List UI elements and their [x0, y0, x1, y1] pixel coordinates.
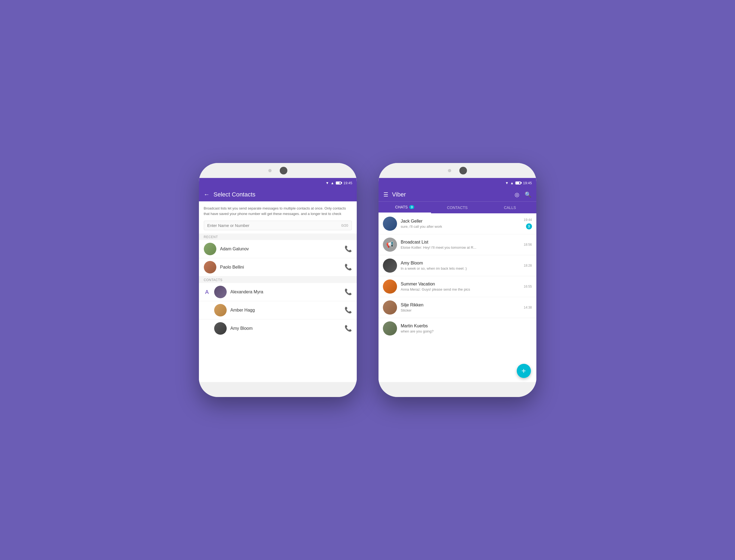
page-title: Select Contacts	[214, 191, 256, 198]
phone-select-contacts: ▼ ▲ 19:45 ← Select Contacts Broadcast li…	[199, 163, 357, 397]
chat-name: Silje Rikken	[401, 303, 520, 307]
avatar	[214, 304, 227, 316]
avatar	[214, 322, 227, 335]
contact-name: Amber Hagg	[230, 308, 341, 313]
contact-name: Paolo Bellini	[220, 265, 341, 270]
viber-icon[interactable]: 📞	[345, 264, 352, 271]
chat-time: 14:38	[524, 306, 532, 309]
chat-time: 18:28	[524, 264, 532, 267]
app-header: ← Select Contacts	[199, 188, 357, 201]
front-camera	[268, 169, 272, 172]
chat-meta: 14:38	[524, 306, 532, 309]
chat-preview: sure, i'll call you after work	[401, 224, 520, 229]
search-icon[interactable]: 🔍	[525, 191, 531, 198]
chat-meta: 18:28	[524, 264, 532, 267]
status-bar: ▼ ▲ 19:45	[379, 178, 536, 188]
list-item[interactable]: Martin Kuerbs when are you going?	[379, 318, 536, 339]
chat-info: Summer Vacation Anna Meraz: Guys! please…	[401, 282, 520, 291]
tab-contacts[interactable]: CONTACTS	[431, 202, 484, 213]
search-bar[interactable]: 0/20	[204, 221, 352, 230]
signal-icon: ▲	[510, 181, 514, 185]
new-chat-fab[interactable]: +	[517, 364, 531, 378]
contact-name: Amy Bloom	[230, 326, 341, 331]
recent-section-label: RECENT	[199, 233, 357, 240]
qr-icon[interactable]: ◎	[515, 191, 519, 198]
tab-calls-label: CALLS	[504, 205, 516, 210]
battery-icon	[515, 181, 521, 184]
avatar	[383, 259, 397, 273]
chat-info: Amy Bloom In a week or so, when im back …	[401, 261, 520, 270]
chat-preview: Sticker	[401, 308, 520, 312]
header-left: ☰ Viber	[383, 191, 406, 198]
chat-time: 18:56	[524, 243, 532, 247]
chat-preview: Anna Meraz: Guys! please send me the pic…	[401, 287, 520, 291]
tab-contacts-label: CONTACTS	[447, 205, 468, 210]
phone-bottom-bar	[379, 382, 536, 397]
chat-preview: Eloise Koiller: Hey! I'll meet you tomor…	[401, 245, 520, 250]
list-item[interactable]: Summer Vacation Anna Meraz: Guys! please…	[379, 276, 536, 297]
avatar: 📢	[383, 238, 397, 252]
list-item[interactable]: Jack Geller sure, i'll call you after wo…	[379, 213, 536, 234]
avatar	[383, 321, 397, 336]
chat-info: Jack Geller sure, i'll call you after wo…	[401, 219, 520, 229]
viber-icon[interactable]: 📞	[345, 288, 352, 296]
tab-chats[interactable]: CHATS 3	[379, 202, 431, 213]
phone-top-bar	[379, 163, 536, 178]
avatar	[383, 300, 397, 315]
search-input[interactable]	[207, 223, 342, 228]
phone-bottom-bar	[199, 382, 357, 397]
search-count: 0/20	[341, 223, 348, 227]
back-button[interactable]: ←	[204, 191, 210, 198]
chat-meta: 16:55	[524, 285, 532, 288]
avatar	[383, 279, 397, 294]
chat-info: Martin Kuerbs when are you going?	[401, 324, 528, 333]
chat-name: Martin Kuerbs	[401, 324, 528, 328]
list-item[interactable]: Amber Hagg 📞	[199, 301, 357, 319]
alphabet-letter: A	[204, 289, 210, 295]
chat-preview: In a week or so, when im back lets meet …	[401, 266, 520, 270]
unread-badge: 3	[526, 223, 532, 229]
list-item[interactable]: Paolo Bellini 📞	[199, 258, 357, 276]
avatar	[383, 217, 397, 231]
list-item[interactable]: Amy Bloom 📞	[199, 319, 357, 337]
screen-select-contacts: ▼ ▲ 19:45 ← Select Contacts Broadcast li…	[199, 178, 357, 382]
chat-time: 16:55	[524, 285, 532, 288]
contact-name: Adam Galunov	[220, 247, 341, 251]
battery-icon	[336, 181, 341, 184]
status-time: 19:45	[343, 181, 352, 185]
avatar	[204, 243, 216, 255]
phone-viber-chats: ▼ ▲ 19:45 ☰ Viber ◎ 🔍 CHATS 3	[379, 163, 536, 397]
signal-icon: ▲	[331, 181, 334, 185]
home-button[interactable]	[280, 167, 287, 174]
header-right: ◎ 🔍	[515, 191, 531, 198]
list-item[interactable]: Silje Rikken Sticker 14:38	[379, 297, 536, 318]
viber-header: ☰ Viber ◎ 🔍	[379, 188, 536, 201]
status-bar: ▼ ▲ 19:45	[199, 178, 357, 188]
tab-calls[interactable]: CALLS	[484, 202, 536, 213]
tabs-bar: CHATS 3 CONTACTS CALLS	[379, 201, 536, 213]
phone-top-bar	[199, 163, 357, 178]
chat-name: Jack Geller	[401, 219, 520, 224]
contact-list: Adam Galunov 📞 Paolo Bellini 📞 CONTACTS …	[199, 240, 357, 382]
status-icons: ▼ ▲	[505, 181, 521, 185]
broadcast-description: Broadcast lists let you send separate me…	[199, 201, 357, 221]
chat-meta: 19:44 3	[524, 218, 532, 229]
home-button[interactable]	[459, 167, 467, 174]
viber-icon[interactable]: 📞	[345, 245, 352, 253]
avatar	[204, 261, 216, 273]
chat-time: 19:44	[524, 218, 532, 222]
chat-list: Jack Geller sure, i'll call you after wo…	[379, 213, 536, 382]
chat-name: Amy Bloom	[401, 261, 520, 266]
hamburger-menu-button[interactable]: ☰	[383, 191, 388, 198]
viber-icon[interactable]: 📞	[345, 325, 352, 332]
list-item[interactable]: A Alexandera Myra 📞	[199, 283, 357, 301]
viber-icon[interactable]: 📞	[345, 307, 352, 314]
status-icons: ▼ ▲	[325, 181, 341, 185]
contacts-section-label: CONTACTS	[199, 276, 357, 283]
app-title: Viber	[392, 191, 406, 198]
list-item[interactable]: Adam Galunov 📞	[199, 240, 357, 258]
list-item[interactable]: Amy Bloom In a week or so, when im back …	[379, 255, 536, 276]
list-item[interactable]: 📢 Broadcast List Eloise Koiller: Hey! I'…	[379, 234, 536, 255]
contact-name: Alexandera Myra	[230, 290, 341, 294]
wifi-icon: ▼	[505, 181, 509, 185]
